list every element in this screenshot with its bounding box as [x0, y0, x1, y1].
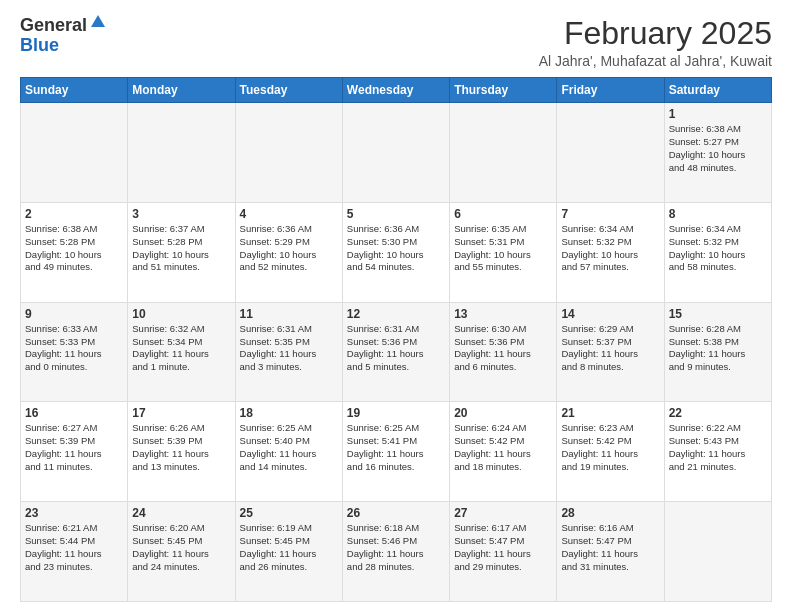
- day-info: Sunrise: 6:17 AM Sunset: 5:47 PM Dayligh…: [454, 522, 552, 573]
- col-tuesday: Tuesday: [235, 78, 342, 103]
- day-info: Sunrise: 6:34 AM Sunset: 5:32 PM Dayligh…: [561, 223, 659, 274]
- col-sunday: Sunday: [21, 78, 128, 103]
- logo-blue: Blue: [20, 36, 59, 56]
- day-number: 19: [347, 406, 445, 420]
- table-row: [342, 103, 449, 203]
- table-row: 23Sunrise: 6:21 AM Sunset: 5:44 PM Dayli…: [21, 502, 128, 602]
- table-row: 7Sunrise: 6:34 AM Sunset: 5:32 PM Daylig…: [557, 202, 664, 302]
- table-row: 26Sunrise: 6:18 AM Sunset: 5:46 PM Dayli…: [342, 502, 449, 602]
- col-friday: Friday: [557, 78, 664, 103]
- calendar-week-row: 23Sunrise: 6:21 AM Sunset: 5:44 PM Dayli…: [21, 502, 772, 602]
- header: General Blue February 2025 Al Jahra', Mu…: [20, 16, 772, 69]
- day-number: 18: [240, 406, 338, 420]
- col-thursday: Thursday: [450, 78, 557, 103]
- table-row: 4Sunrise: 6:36 AM Sunset: 5:29 PM Daylig…: [235, 202, 342, 302]
- day-info: Sunrise: 6:25 AM Sunset: 5:41 PM Dayligh…: [347, 422, 445, 473]
- logo-icon: [89, 13, 107, 31]
- day-number: 7: [561, 207, 659, 221]
- logo: General Blue: [20, 16, 107, 56]
- table-row: [21, 103, 128, 203]
- table-row: 19Sunrise: 6:25 AM Sunset: 5:41 PM Dayli…: [342, 402, 449, 502]
- day-number: 9: [25, 307, 123, 321]
- day-number: 4: [240, 207, 338, 221]
- day-number: 12: [347, 307, 445, 321]
- day-number: 3: [132, 207, 230, 221]
- table-row: 2Sunrise: 6:38 AM Sunset: 5:28 PM Daylig…: [21, 202, 128, 302]
- day-info: Sunrise: 6:19 AM Sunset: 5:45 PM Dayligh…: [240, 522, 338, 573]
- table-row: 3Sunrise: 6:37 AM Sunset: 5:28 PM Daylig…: [128, 202, 235, 302]
- table-row: 16Sunrise: 6:27 AM Sunset: 5:39 PM Dayli…: [21, 402, 128, 502]
- page: General Blue February 2025 Al Jahra', Mu…: [0, 0, 792, 612]
- day-info: Sunrise: 6:25 AM Sunset: 5:40 PM Dayligh…: [240, 422, 338, 473]
- day-info: Sunrise: 6:37 AM Sunset: 5:28 PM Dayligh…: [132, 223, 230, 274]
- table-row: 1Sunrise: 6:38 AM Sunset: 5:27 PM Daylig…: [664, 103, 771, 203]
- day-number: 26: [347, 506, 445, 520]
- day-info: Sunrise: 6:36 AM Sunset: 5:29 PM Dayligh…: [240, 223, 338, 274]
- day-number: 14: [561, 307, 659, 321]
- day-info: Sunrise: 6:29 AM Sunset: 5:37 PM Dayligh…: [561, 323, 659, 374]
- table-row: 28Sunrise: 6:16 AM Sunset: 5:47 PM Dayli…: [557, 502, 664, 602]
- table-row: 11Sunrise: 6:31 AM Sunset: 5:35 PM Dayli…: [235, 302, 342, 402]
- day-number: 1: [669, 107, 767, 121]
- day-info: Sunrise: 6:24 AM Sunset: 5:42 PM Dayligh…: [454, 422, 552, 473]
- day-info: Sunrise: 6:23 AM Sunset: 5:42 PM Dayligh…: [561, 422, 659, 473]
- day-number: 15: [669, 307, 767, 321]
- day-number: 11: [240, 307, 338, 321]
- day-info: Sunrise: 6:26 AM Sunset: 5:39 PM Dayligh…: [132, 422, 230, 473]
- day-number: 13: [454, 307, 552, 321]
- table-row: 20Sunrise: 6:24 AM Sunset: 5:42 PM Dayli…: [450, 402, 557, 502]
- day-number: 22: [669, 406, 767, 420]
- day-info: Sunrise: 6:36 AM Sunset: 5:30 PM Dayligh…: [347, 223, 445, 274]
- table-row: 22Sunrise: 6:22 AM Sunset: 5:43 PM Dayli…: [664, 402, 771, 502]
- col-wednesday: Wednesday: [342, 78, 449, 103]
- table-row: 27Sunrise: 6:17 AM Sunset: 5:47 PM Dayli…: [450, 502, 557, 602]
- table-row: 10Sunrise: 6:32 AM Sunset: 5:34 PM Dayli…: [128, 302, 235, 402]
- day-info: Sunrise: 6:38 AM Sunset: 5:27 PM Dayligh…: [669, 123, 767, 174]
- day-number: 24: [132, 506, 230, 520]
- table-row: 17Sunrise: 6:26 AM Sunset: 5:39 PM Dayli…: [128, 402, 235, 502]
- day-number: 28: [561, 506, 659, 520]
- calendar-week-row: 1Sunrise: 6:38 AM Sunset: 5:27 PM Daylig…: [21, 103, 772, 203]
- calendar-week-row: 2Sunrise: 6:38 AM Sunset: 5:28 PM Daylig…: [21, 202, 772, 302]
- table-row: 21Sunrise: 6:23 AM Sunset: 5:42 PM Dayli…: [557, 402, 664, 502]
- day-number: 6: [454, 207, 552, 221]
- table-row: [450, 103, 557, 203]
- day-number: 16: [25, 406, 123, 420]
- day-info: Sunrise: 6:21 AM Sunset: 5:44 PM Dayligh…: [25, 522, 123, 573]
- table-row: 6Sunrise: 6:35 AM Sunset: 5:31 PM Daylig…: [450, 202, 557, 302]
- day-number: 5: [347, 207, 445, 221]
- table-row: [128, 103, 235, 203]
- table-row: 15Sunrise: 6:28 AM Sunset: 5:38 PM Dayli…: [664, 302, 771, 402]
- day-number: 2: [25, 207, 123, 221]
- day-info: Sunrise: 6:28 AM Sunset: 5:38 PM Dayligh…: [669, 323, 767, 374]
- day-info: Sunrise: 6:22 AM Sunset: 5:43 PM Dayligh…: [669, 422, 767, 473]
- day-info: Sunrise: 6:38 AM Sunset: 5:28 PM Dayligh…: [25, 223, 123, 274]
- table-row: [557, 103, 664, 203]
- day-number: 25: [240, 506, 338, 520]
- day-number: 10: [132, 307, 230, 321]
- location: Al Jahra', Muhafazat al Jahra', Kuwait: [539, 53, 772, 69]
- day-number: 27: [454, 506, 552, 520]
- day-info: Sunrise: 6:16 AM Sunset: 5:47 PM Dayligh…: [561, 522, 659, 573]
- table-row: 24Sunrise: 6:20 AM Sunset: 5:45 PM Dayli…: [128, 502, 235, 602]
- day-info: Sunrise: 6:18 AM Sunset: 5:46 PM Dayligh…: [347, 522, 445, 573]
- day-number: 21: [561, 406, 659, 420]
- day-info: Sunrise: 6:31 AM Sunset: 5:36 PM Dayligh…: [347, 323, 445, 374]
- logo-general: General: [20, 16, 87, 36]
- table-row: 8Sunrise: 6:34 AM Sunset: 5:32 PM Daylig…: [664, 202, 771, 302]
- svg-marker-0: [91, 15, 105, 27]
- calendar-header-row: Sunday Monday Tuesday Wednesday Thursday…: [21, 78, 772, 103]
- table-row: [235, 103, 342, 203]
- table-row: 12Sunrise: 6:31 AM Sunset: 5:36 PM Dayli…: [342, 302, 449, 402]
- day-info: Sunrise: 6:33 AM Sunset: 5:33 PM Dayligh…: [25, 323, 123, 374]
- table-row: 25Sunrise: 6:19 AM Sunset: 5:45 PM Dayli…: [235, 502, 342, 602]
- day-number: 8: [669, 207, 767, 221]
- calendar-week-row: 16Sunrise: 6:27 AM Sunset: 5:39 PM Dayli…: [21, 402, 772, 502]
- day-number: 23: [25, 506, 123, 520]
- day-info: Sunrise: 6:27 AM Sunset: 5:39 PM Dayligh…: [25, 422, 123, 473]
- table-row: 5Sunrise: 6:36 AM Sunset: 5:30 PM Daylig…: [342, 202, 449, 302]
- day-info: Sunrise: 6:35 AM Sunset: 5:31 PM Dayligh…: [454, 223, 552, 274]
- table-row: 18Sunrise: 6:25 AM Sunset: 5:40 PM Dayli…: [235, 402, 342, 502]
- day-number: 20: [454, 406, 552, 420]
- day-info: Sunrise: 6:32 AM Sunset: 5:34 PM Dayligh…: [132, 323, 230, 374]
